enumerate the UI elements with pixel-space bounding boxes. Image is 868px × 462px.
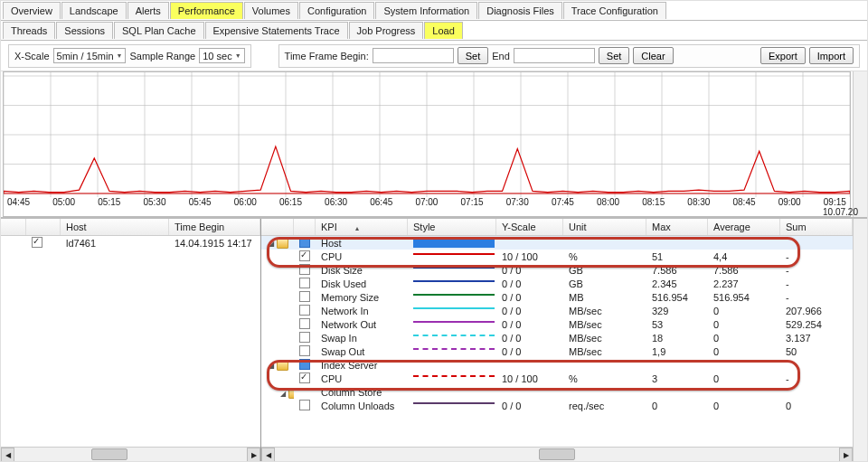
kpi-avg: 516.954 — [708, 292, 780, 303]
host-checkbox[interactable] — [32, 237, 42, 248]
xscale-select[interactable]: 5min / 15min▼ — [53, 48, 127, 63]
kpi-folder-row[interactable]: ◢Index Server — [261, 358, 853, 372]
hosts-row[interactable]: ld7461 14.04.1915 14:17 — [1, 236, 260, 250]
kpi-row[interactable]: CPU10 / 100%514,4- — [261, 250, 853, 263]
kpi-col-unit[interactable]: Unit — [563, 219, 646, 235]
style-swatch — [413, 253, 495, 262]
hosts-col-blank1[interactable] — [1, 219, 26, 235]
kpi-col-style[interactable]: Style — [408, 219, 496, 235]
scroll-right-icon[interactable]: ▶ — [839, 448, 853, 462]
end-set-button[interactable]: Set — [599, 47, 630, 64]
time-tick: 06:30 — [325, 197, 347, 207]
tab-sql-plan-cache[interactable]: SQL Plan Cache — [114, 22, 204, 39]
tab-threads[interactable]: Threads — [3, 22, 55, 39]
scroll-thumb[interactable] — [91, 448, 127, 460]
tab-overview[interactable]: Overview — [3, 2, 61, 19]
tab-volumes[interactable]: Volumes — [244, 2, 298, 19]
kpi-label: CPU — [316, 373, 408, 384]
kpi-col-kpi[interactable]: KPI — [316, 219, 408, 235]
kpi-row[interactable]: Swap In0 / 0MB/sec1803.137 — [261, 331, 853, 344]
kpi-row[interactable]: Memory Size0 / 0MB516.954516.954- — [261, 290, 853, 304]
sample-select[interactable]: 10 sec▼ — [199, 48, 244, 63]
kpi-sum: 50 — [780, 346, 853, 357]
style-swatch — [413, 335, 495, 344]
tree-expand-icon[interactable]: ◢ — [268, 240, 275, 248]
kpi-unit: req./sec — [563, 401, 646, 411]
export-button[interactable]: Export — [760, 47, 806, 64]
chevron-down-icon: ▼ — [235, 52, 241, 59]
hosts-header: Host Time Begin — [1, 219, 260, 236]
kpi-max: 53 — [646, 319, 708, 330]
tab-load[interactable]: Load — [424, 22, 462, 39]
chart-vscroll[interactable] — [853, 71, 867, 217]
time-axis: 04:4505:0005:1505:3005:4506:0006:1506:30… — [4, 197, 850, 209]
scroll-thumb[interactable] — [539, 448, 575, 460]
tab-sessions[interactable]: Sessions — [56, 22, 113, 39]
tab-landscape[interactable]: Landscape — [61, 2, 127, 19]
kpi-checkbox[interactable] — [299, 332, 310, 343]
kpi-checkbox[interactable] — [299, 372, 310, 383]
kpi-checkbox[interactable] — [299, 400, 310, 410]
kpi-max: 0 — [646, 401, 708, 411]
kpi-col-sum[interactable]: Sum — [780, 219, 853, 235]
kpi-row[interactable]: Column Unloads0 / 0req./sec000 — [261, 399, 853, 412]
kpi-label: Column Unloads — [316, 401, 408, 411]
hosts-col-blank2[interactable] — [26, 219, 61, 235]
kpi-avg: 7.586 — [708, 265, 780, 276]
kpi-checkbox[interactable] — [299, 264, 310, 275]
kpi-avg: 0 — [708, 306, 780, 316]
hosts-col-timebegin[interactable]: Time Begin — [169, 219, 260, 235]
hosts-hscroll[interactable]: ◀ ▶ — [1, 447, 260, 462]
tab-expensive-statements-trace[interactable]: Expensive Statements Trace — [205, 22, 348, 39]
tab-configuration[interactable]: Configuration — [299, 2, 374, 19]
kpi-max: 3 — [646, 373, 708, 384]
kpi-sum: - — [780, 278, 853, 289]
scroll-right-icon[interactable]: ▶ — [247, 448, 260, 462]
host-time-cell: 14.04.1915 14:17 — [169, 238, 260, 249]
kpi-label: Network Out — [316, 319, 408, 330]
tab-job-progress[interactable]: Job Progress — [349, 22, 424, 39]
folder-icon — [277, 361, 288, 371]
kpi-row[interactable]: CPU10 / 100%30- — [261, 372, 853, 385]
kpi-folder-row[interactable]: ◢Column Store — [261, 385, 853, 399]
kpi-checkbox[interactable] — [299, 318, 310, 329]
end-input[interactable] — [514, 48, 595, 63]
import-button[interactable]: Import — [809, 47, 854, 64]
tab-alerts[interactable]: Alerts — [127, 2, 169, 19]
tfb-input[interactable] — [373, 48, 454, 63]
tab-performance[interactable]: Performance — [170, 2, 243, 19]
tfb-set-button[interactable]: Set — [458, 47, 489, 64]
kpi-col-yscale[interactable]: Y-Scale — [496, 219, 563, 235]
tab-trace-configuration[interactable]: Trace Configuration — [563, 2, 666, 19]
kpi-sum: 529.254 — [780, 319, 853, 330]
kpi-vscroll[interactable] — [853, 219, 867, 462]
tab-system-information[interactable]: System Information — [375, 2, 477, 19]
hosts-col-host[interactable]: Host — [61, 219, 169, 235]
kpi-col-blank1[interactable] — [261, 219, 294, 235]
scroll-left-icon[interactable]: ◀ — [261, 448, 275, 462]
kpi-col-blank2[interactable] — [294, 219, 316, 235]
kpi-checkbox[interactable] — [299, 250, 310, 261]
kpi-row[interactable]: Disk Size0 / 0GB7.5867.586- — [261, 263, 853, 277]
kpi-checkbox[interactable] — [299, 305, 310, 316]
tree-expand-icon[interactable]: ◢ — [279, 390, 287, 398]
kpi-folder-indicator[interactable] — [299, 237, 310, 248]
kpi-folder-row[interactable]: ◢Host — [261, 236, 853, 250]
kpi-checkbox[interactable] — [299, 291, 310, 302]
kpi-row[interactable]: Swap Out0 / 0MB/sec1,9050 — [261, 344, 853, 358]
scroll-left-icon[interactable]: ◀ — [1, 448, 14, 462]
clear-button[interactable]: Clear — [633, 47, 673, 64]
kpi-col-avg[interactable]: Average — [708, 219, 780, 235]
kpi-col-max[interactable]: Max — [646, 219, 708, 235]
kpi-checkbox[interactable] — [299, 345, 310, 356]
kpi-label: Swap In — [316, 333, 408, 344]
load-chart[interactable] — [4, 72, 850, 197]
tree-expand-icon[interactable]: ◢ — [268, 362, 275, 370]
tab-diagnosis-files[interactable]: Diagnosis Files — [478, 2, 562, 19]
kpi-checkbox[interactable] — [299, 278, 310, 288]
kpi-row[interactable]: Network Out0 / 0MB/sec530529.254 — [261, 317, 853, 331]
kpi-folder-indicator[interactable] — [299, 359, 310, 370]
kpi-row[interactable]: Disk Used0 / 0GB2.3452.237- — [261, 277, 853, 290]
kpi-row[interactable]: Network In0 / 0MB/sec3290207.966 — [261, 304, 853, 317]
kpi-hscroll[interactable]: ◀ ▶ — [261, 447, 853, 462]
